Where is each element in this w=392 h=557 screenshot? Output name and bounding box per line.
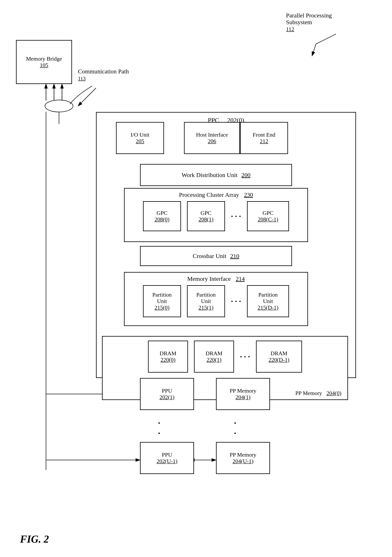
dram0-label: DRAM [160,350,176,357]
gpcn-box: GPC 208(C-1) [247,201,289,231]
mem-interface-box: Memory Interface 214 Partition Unit 215(… [124,272,308,326]
host-interface-label: Host Interface [196,131,228,138]
ppun-number: 202(U-1) [157,458,177,464]
pp-memoryn-box: PP Memory 204(U-1) [216,442,270,474]
dramn-number: 220(D-1) [269,357,289,363]
partition0-label: Partition Unit [152,292,172,304]
ppu-dots-col1: ·· [158,418,161,438]
gpc0-box: GPC 208(0) [143,201,181,231]
dram-dots: · · · [240,352,250,361]
dramn-box: DRAM 220(D-1) [256,341,302,373]
proc-cluster-number: 230 [244,191,253,198]
crossbar-box: Crossbar Unit 210 [140,246,292,266]
comm-path-label: Communication Path 113 [78,68,129,82]
mem-interface-label: Memory Interface [187,275,231,282]
proc-cluster-label: Processing Cluster Array [179,191,239,198]
gpc1-label: GPC [201,210,211,216]
dramn-label: DRAM [271,350,287,357]
partition1-number: 215(1) [199,304,214,311]
pp-memory1-label: PP Memory [230,388,256,394]
ppu1-number: 202(1) [160,394,175,400]
partition0-number: 215(0) [155,304,170,311]
pp-memory1-number: 204(1) [236,394,251,400]
io-unit-label: I/O Unit [131,131,149,138]
work-dist-number: 200 [241,172,250,178]
work-dist-box: Work Distribution Unit 200 [140,164,292,186]
partition1-label: Partition Unit [196,292,216,304]
crossbar-label: Crossbar Unit [193,253,226,259]
io-unit-box: I/O Unit 205 [116,122,164,154]
partitionn-number: 215(D-1) [258,304,278,311]
dram0-box: DRAM 220(0) [148,341,188,373]
gpc1-box: GPC 208(1) [187,201,225,231]
front-end-label: Front End [253,131,275,138]
pp-memoryn-label: PP Memory [230,452,256,458]
memory-bridge-box: Memory Bridge 105 [16,40,72,84]
partitionn-box: Partition Unit 215(D-1) [247,285,289,317]
dram1-label: DRAM [206,350,222,357]
pp-memoryn-number: 204(U-1) [233,458,253,464]
dram1-number: 220(1) [207,357,222,363]
pp-memory0-number: 204(0) [327,390,341,396]
parallel-subsystem-label: Parallel Processing Subsystem 112 [286,12,356,33]
front-end-number: 212 [260,138,268,144]
proc-cluster-box: Processing Cluster Array 230 GPC 208(0) … [124,188,308,242]
memory-bridge-label: Memory Bridge [26,56,62,62]
partition-dots: · · · [231,297,241,306]
gpc0-number: 208(0) [155,216,170,223]
front-end-box: Front End 212 [240,122,288,154]
pp-memory0-label: PP Memory [295,390,322,396]
fig-label: FIG. 2 [20,533,49,545]
dram1-box: DRAM 220(1) [194,341,234,373]
host-interface-box: Host Interface 206 [184,122,240,154]
memory-bridge-number: 105 [40,62,48,68]
crossbar-number: 210 [230,253,239,259]
partition0-box: Partition Unit 215(0) [143,285,181,317]
mem-interface-number: 214 [236,275,245,282]
work-dist-label: Work Distribution Unit [182,172,237,178]
io-unit-number: 205 [136,138,144,144]
ppun-box: PPU 202(U-1) [140,442,194,474]
gpc0-label: GPC [157,210,167,216]
partitionn-label: Partition Unit [258,292,278,304]
host-interface-number: 206 [208,138,216,144]
pp-memory1-box: PP Memory 204(1) [216,378,270,410]
gpc1-number: 208(1) [199,216,214,223]
ppu1-box: PPU 202(1) [140,378,194,410]
gpc-dots: · · · [231,212,241,221]
ppu1-label: PPU [162,388,172,394]
ppun-label: PPU [162,452,172,458]
ppu-dots-col2: ·· [234,418,237,438]
svg-point-2 [45,100,73,112]
gpcn-label: GPC [263,210,273,216]
partition1-box: Partition Unit 215(1) [187,285,225,317]
gpcn-number: 208(C-1) [258,216,278,223]
dram0-number: 220(0) [161,357,176,363]
